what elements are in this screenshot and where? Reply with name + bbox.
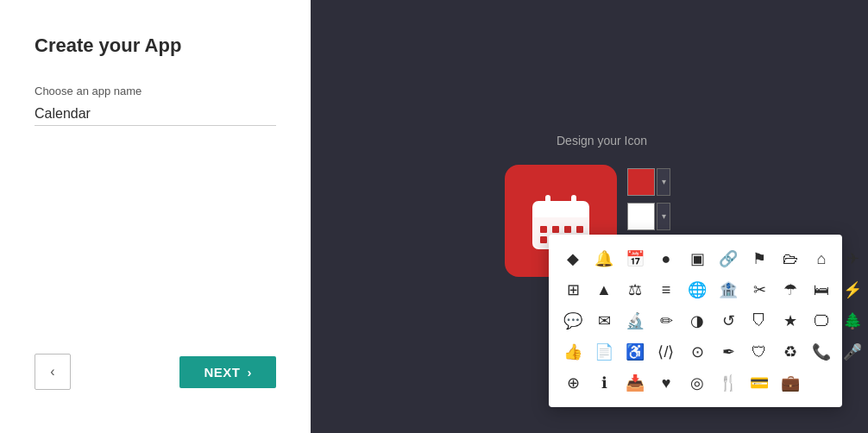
icon-cell[interactable]: ★: [778, 309, 802, 333]
icon-cell[interactable]: 🌐: [685, 278, 709, 302]
next-arrow-icon: ›: [248, 365, 253, 380]
icon-cell[interactable]: ♻: [778, 340, 802, 364]
primary-color-box[interactable]: [627, 168, 655, 196]
right-panel: Design your Icon: [311, 0, 868, 433]
icon-cell[interactable]: 💼: [778, 371, 802, 395]
icon-cell[interactable]: 💬: [561, 309, 585, 333]
field-label: Choose an app name: [35, 85, 276, 97]
icon-cell[interactable]: ✂: [747, 278, 771, 302]
icon-cell[interactable]: ♿: [623, 340, 647, 364]
primary-color-dropdown[interactable]: ▾: [657, 168, 670, 196]
next-button-label: NEXT: [204, 365, 240, 380]
icon-cell[interactable]: 💳: [747, 371, 771, 395]
next-button[interactable]: NEXT ›: [179, 356, 276, 388]
icon-cell[interactable]: 🔬: [623, 309, 647, 333]
icon-cell[interactable]: ⛉: [747, 309, 771, 333]
icon-cell[interactable]: ◎: [685, 371, 709, 395]
icon-cell[interactable]: ↺: [716, 309, 740, 333]
icon-cell[interactable]: 👍: [561, 340, 585, 364]
secondary-color-dropdown[interactable]: ▾: [657, 203, 670, 230]
icon-cell[interactable]: 🏦: [716, 278, 740, 302]
icon-cell[interactable]: ⊞: [561, 278, 585, 302]
icon-grid: ◆🔔📅●▣🔗⚑🗁⌂✈⊞▲⚖≡🌐🏦✂☂🛏⚡💬✉🔬✏◑↺⛉★🖵🌲👍📄♿⟨/⟩⊙✒🛡♻…: [561, 247, 830, 395]
app-name-input[interactable]: [35, 103, 276, 126]
secondary-color-box[interactable]: [627, 203, 655, 230]
icon-cell[interactable]: ≡: [654, 278, 678, 302]
design-label: Design your Icon: [557, 134, 647, 147]
icon-cell[interactable]: 📅: [623, 247, 647, 271]
icon-cell[interactable]: 🍴: [716, 371, 740, 395]
icon-cell[interactable]: 📞: [809, 340, 833, 364]
icon-cell[interactable]: 🗁: [778, 247, 802, 271]
main-container: Create your App Choose an app name ‹ NEX…: [0, 0, 868, 433]
svg-rect-5: [571, 195, 576, 209]
icon-cell[interactable]: ☂: [778, 278, 802, 302]
icon-cell[interactable]: ◑: [685, 309, 709, 333]
icon-cell[interactable]: 🛡: [747, 340, 771, 364]
primary-color-swatch[interactable]: ▾: [627, 168, 674, 196]
icon-cell[interactable]: ⊙: [685, 340, 709, 364]
icon-cell[interactable]: ✏: [654, 309, 678, 333]
icon-cell[interactable]: ℹ: [592, 371, 616, 395]
icon-cell[interactable]: 📥: [623, 371, 647, 395]
icon-cell[interactable]: ⊕: [561, 371, 585, 395]
svg-rect-4: [545, 195, 550, 209]
icon-cell[interactable]: ◆: [561, 247, 585, 271]
icon-cell[interactable]: ▲: [592, 278, 616, 302]
secondary-color-swatch[interactable]: ▾: [627, 203, 674, 230]
icon-cell[interactable]: ⚡: [840, 278, 865, 302]
icon-cell[interactable]: ✉: [592, 309, 616, 333]
icon-cell[interactable]: 🌲: [840, 309, 865, 333]
svg-rect-10: [540, 236, 547, 243]
svg-rect-6: [540, 226, 547, 233]
page-title: Create your App: [35, 35, 276, 57]
svg-rect-9: [576, 226, 583, 233]
icon-cell[interactable]: 🎤: [840, 340, 865, 364]
icon-cell[interactable]: ⚑: [747, 247, 771, 271]
icon-cell[interactable]: ⟨/⟩: [654, 340, 678, 364]
prev-arrow-icon: ‹: [50, 364, 54, 380]
icon-cell[interactable]: ⚖: [623, 278, 647, 302]
icon-cell[interactable]: 🖵: [809, 309, 833, 333]
left-panel: Create your App Choose an app name ‹ NEX…: [0, 0, 311, 433]
icon-cell[interactable]: ✒: [716, 340, 740, 364]
prev-button[interactable]: ‹: [35, 354, 71, 390]
icon-picker-popup: ◆🔔📅●▣🔗⚑🗁⌂✈⊞▲⚖≡🌐🏦✂☂🛏⚡💬✉🔬✏◑↺⛉★🖵🌲👍📄♿⟨/⟩⊙✒🛡♻…: [549, 235, 842, 407]
icon-cell[interactable]: 🔔: [592, 247, 616, 271]
icon-cell[interactable]: ▣: [685, 247, 709, 271]
svg-rect-8: [564, 226, 571, 233]
icon-cell[interactable]: 📄: [592, 340, 616, 364]
icon-cell[interactable]: 🛏: [809, 278, 833, 302]
nav-buttons: ‹ NEXT ›: [35, 354, 276, 398]
icon-cell[interactable]: 🔗: [716, 247, 740, 271]
icon-cell[interactable]: ♥: [654, 371, 678, 395]
app-name-field: Choose an app name: [35, 85, 276, 126]
icon-cell[interactable]: ✈: [840, 247, 865, 271]
svg-rect-7: [552, 226, 559, 233]
icon-cell[interactable]: ●: [654, 247, 678, 271]
svg-rect-3: [533, 210, 588, 217]
icon-cell[interactable]: ⌂: [809, 247, 833, 271]
